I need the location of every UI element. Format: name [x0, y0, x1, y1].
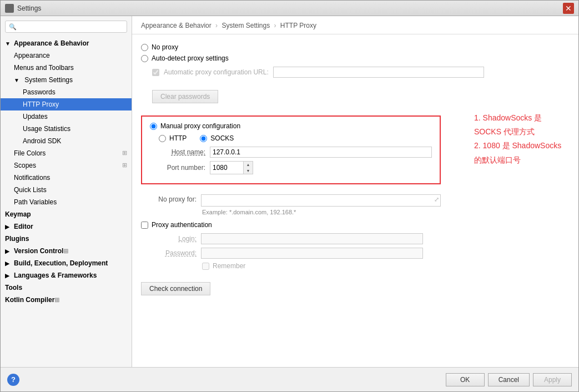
sidebar-label-kotlin-compiler: Kotlin Compiler: [5, 296, 54, 304]
sidebar-item-system-settings[interactable]: ▼ System Settings: [1, 74, 132, 86]
remember-label: Remember: [213, 262, 245, 270]
password-row: Password:: [141, 248, 441, 259]
auto-config-checkbox: [152, 69, 159, 76]
sidebar-label-passwords: Passwords: [23, 88, 56, 96]
port-number-input[interactable]: [210, 161, 243, 174]
breadcrumb-item-3: HTTP Proxy: [280, 22, 316, 29]
sidebar-label-android-sdk: Android SDK: [23, 137, 61, 145]
close-button[interactable]: ✕: [563, 3, 574, 14]
host-name-form-row: Host name:: [150, 147, 432, 158]
nav-tree: ▼ Appearance & Behavior Appearance Menus…: [1, 37, 132, 367]
ok-button[interactable]: OK: [446, 373, 485, 386]
breadcrumb-sep-1: ›: [215, 22, 218, 29]
help-button[interactable]: ?: [7, 374, 19, 386]
sidebar-label-usage-statistics: Usage Statistics: [23, 125, 71, 133]
left-section: Manual proxy configuration HTTP: [141, 111, 441, 295]
manual-proxy-label[interactable]: Manual proxy configuration: [160, 122, 240, 130]
sidebar-item-updates[interactable]: Updates: [1, 110, 132, 123]
bottom-right: OK Cancel Apply: [446, 373, 572, 386]
titlebar: Settings ✕: [1, 1, 578, 16]
sidebar-item-android-sdk[interactable]: Android SDK: [1, 135, 132, 147]
manual-proxy-radio[interactable]: [150, 123, 157, 130]
sidebar-item-file-colors[interactable]: File Colors ⊞: [1, 147, 132, 159]
no-proxy-for-input[interactable]: [201, 194, 441, 207]
password-input[interactable]: [201, 248, 423, 259]
sidebar-item-build-exec-deploy[interactable]: ▶ Build, Execution, Deployment: [1, 257, 132, 269]
auto-config-url-row: Automatic proxy configuration URL:: [141, 67, 570, 78]
breadcrumb-item-1: Appearance & Behavior: [141, 22, 212, 29]
sidebar-label-http-proxy: HTTP Proxy: [23, 100, 59, 108]
clear-passwords-button[interactable]: Clear passwords: [152, 90, 218, 103]
login-input[interactable]: [201, 233, 423, 244]
http-radio[interactable]: [159, 135, 166, 142]
check-connection-button[interactable]: Check connection: [141, 282, 210, 295]
no-proxy-for-row: No proxy for: ⤢: [141, 194, 441, 207]
sidebar-item-menus-toolbars[interactable]: Menus and Toolbars: [1, 62, 132, 74]
port-number-form-row: Port number: ▲ ▼: [150, 161, 432, 174]
auto-detect-label[interactable]: Auto-detect proxy settings: [152, 54, 229, 62]
sidebar-item-appearance-behavior[interactable]: ▼ Appearance & Behavior: [1, 37, 132, 49]
http-label[interactable]: HTTP: [169, 134, 187, 142]
sidebar-label-build-exec-deploy: Build, Execution, Deployment: [14, 259, 108, 267]
main-content: 🔍 ▼ Appearance & Behavior Appearance Men…: [1, 16, 578, 367]
sidebar-item-plugins[interactable]: Plugins: [1, 233, 132, 245]
auto-config-label: Automatic proxy configuration URL:: [164, 68, 269, 76]
sidebar-item-version-control[interactable]: ▶ Version Control ⊞: [1, 245, 132, 257]
sidebar: 🔍 ▼ Appearance & Behavior Appearance Men…: [1, 16, 132, 367]
sidebar-label-updates: Updates: [23, 113, 48, 120]
socks-radio[interactable]: [200, 135, 207, 142]
sidebar-item-passwords[interactable]: Passwords: [1, 86, 132, 98]
search-box[interactable]: 🔍: [5, 21, 127, 33]
remember-checkbox[interactable]: [202, 263, 209, 270]
port-up-button[interactable]: ▲: [244, 162, 253, 168]
sidebar-item-quick-lists[interactable]: Quick Lists: [1, 184, 132, 196]
annotation-line1: 1. ShadowSocks 是 SOCKS 代理方式: [474, 111, 570, 139]
auto-config-url-input[interactable]: [273, 67, 484, 78]
no-proxy-label[interactable]: No proxy: [152, 43, 178, 51]
scopes-icon: ⊞: [122, 162, 127, 169]
sidebar-item-scopes[interactable]: Scopes ⊞: [1, 159, 132, 172]
login-row: Login:: [141, 233, 441, 244]
proxy-auth-label[interactable]: Proxy authentication: [152, 221, 212, 229]
settings-window: Settings ✕ 🔍 ▼ Appearance & Behavior App…: [0, 0, 579, 392]
proxy-auth-checkbox[interactable]: [141, 222, 148, 229]
search-input[interactable]: [19, 23, 123, 31]
sidebar-item-appearance[interactable]: Appearance: [1, 49, 132, 62]
sidebar-item-usage-statistics[interactable]: Usage Statistics: [1, 123, 132, 135]
sidebar-item-keymap[interactable]: Keymap: [1, 208, 132, 220]
sidebar-label-editor: Editor: [14, 223, 33, 230]
no-proxy-for-label: No proxy for:: [141, 194, 197, 203]
breadcrumb-item-2: System Settings: [221, 22, 270, 29]
port-down-button[interactable]: ▼: [244, 168, 253, 174]
no-proxy-row: No proxy: [141, 43, 570, 51]
host-name-input[interactable]: [210, 147, 432, 158]
sidebar-label-plugins: Plugins: [5, 235, 29, 243]
sidebar-item-languages-frameworks[interactable]: ▶ Languages & Frameworks: [1, 269, 132, 282]
no-proxy-radio[interactable]: [141, 44, 148, 51]
sidebar-item-kotlin-compiler[interactable]: Kotlin Compiler ⊞: [1, 294, 132, 306]
apply-button[interactable]: Apply: [533, 373, 572, 386]
sidebar-label-file-colors: File Colors: [14, 149, 46, 157]
manual-proxy-section: Manual proxy configuration HTTP: [141, 111, 570, 295]
breadcrumb-sep-2: ›: [274, 22, 276, 29]
content-area: Appearance & Behavior › System Settings …: [132, 16, 578, 367]
sidebar-item-notifications[interactable]: Notifications: [1, 172, 132, 184]
socks-label[interactable]: SOCKS: [210, 134, 234, 142]
login-label: Login:: [141, 235, 197, 243]
cancel-button[interactable]: Cancel: [488, 373, 530, 386]
sidebar-item-path-variables[interactable]: Path Variables: [1, 196, 132, 208]
port-number-label: Port number:: [150, 164, 205, 172]
sidebar-item-http-proxy[interactable]: HTTP Proxy: [1, 98, 132, 110]
expand-icon: ⤢: [434, 196, 439, 203]
proxy-auth-row: Proxy authentication: [141, 221, 441, 229]
password-label: Password:: [141, 249, 197, 257]
sidebar-item-editor[interactable]: ▶ Editor: [1, 220, 132, 233]
breadcrumb: Appearance & Behavior › System Settings …: [132, 16, 578, 34]
bottom-bar: ? OK Cancel Apply: [1, 367, 578, 391]
auto-detect-row: Auto-detect proxy settings: [141, 54, 570, 62]
auto-detect-radio[interactable]: [141, 55, 148, 62]
sidebar-label-notifications: Notifications: [14, 174, 50, 182]
sidebar-label-path-variables: Path Variables: [14, 198, 57, 206]
socks-radio-row: SOCKS: [200, 134, 234, 142]
sidebar-item-tools[interactable]: Tools: [1, 282, 132, 294]
